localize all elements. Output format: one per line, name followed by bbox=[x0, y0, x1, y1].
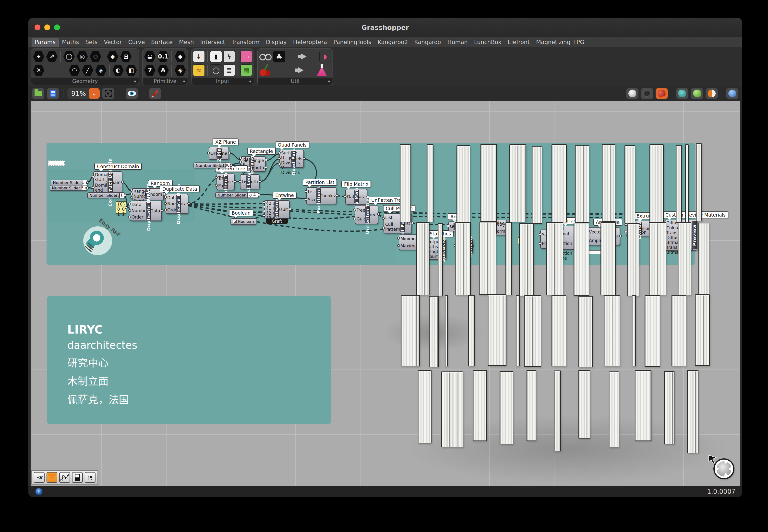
wire-port[interactable] bbox=[397, 244, 400, 247]
wire-port[interactable] bbox=[263, 201, 266, 204]
wire-port[interactable] bbox=[124, 194, 126, 197]
tab-vector[interactable]: Vector bbox=[101, 38, 125, 47]
wire-port[interactable] bbox=[161, 209, 163, 212]
gh-component-unflatten-tree[interactable]: TreeGuideUnflatten TreeTree bbox=[355, 205, 378, 224]
component-icon[interactable]: ϟ bbox=[223, 51, 235, 62]
gh-component-partition-list[interactable]: ListSizePartition ListChunks bbox=[306, 187, 337, 204]
wire-port[interactable] bbox=[265, 166, 268, 169]
wire-port[interactable] bbox=[278, 151, 281, 154]
wire-port[interactable] bbox=[215, 176, 218, 179]
preview-shaded-button[interactable] bbox=[656, 88, 668, 99]
grasshopper-canvas[interactable]: Easy Ref LIRYCdaarchitectes研究中心木制立面佩萨克，法… bbox=[31, 101, 740, 486]
wire-port[interactable] bbox=[278, 157, 281, 160]
wire-port[interactable] bbox=[447, 225, 449, 227]
component-icon[interactable]: ◆ bbox=[174, 51, 186, 62]
number-slider-track[interactable]: 5 ◇ bbox=[83, 185, 86, 190]
boolean-toggle[interactable]: Boolean bbox=[231, 218, 257, 225]
tab-magnetizing_fpg[interactable]: Magnetizing_FPG bbox=[533, 38, 588, 47]
number-slider-track[interactable]: 1000 ◇ bbox=[227, 163, 230, 168]
component-icon[interactable]: ↓ bbox=[193, 51, 205, 62]
component-icon[interactable]: ◆ bbox=[107, 51, 118, 62]
wire-port[interactable] bbox=[263, 214, 266, 217]
component-icon[interactable]: ◧ bbox=[125, 64, 137, 76]
checkbox-icon[interactable] bbox=[233, 220, 237, 223]
component-icon[interactable]: ✕ bbox=[33, 64, 45, 76]
component-icon[interactable]: ≈ bbox=[193, 64, 205, 76]
math-widget-button[interactable]: -x bbox=[34, 472, 45, 483]
number-slider-track[interactable]: ◇ 4 bbox=[249, 193, 257, 197]
tab-mesh[interactable]: Mesh bbox=[176, 38, 197, 47]
gh-component-construct-domain[interactable]: Domain startDomain endConstruct DomainDo… bbox=[93, 171, 122, 194]
wire-port[interactable] bbox=[230, 164, 233, 167]
wire-port[interactable] bbox=[278, 163, 281, 165]
draw-icons-button[interactable] bbox=[691, 88, 703, 99]
tab-surface[interactable]: Surface bbox=[148, 38, 176, 47]
wire-port[interactable] bbox=[86, 181, 89, 184]
only-draw-selected-button[interactable] bbox=[676, 88, 688, 99]
wire-port[interactable] bbox=[130, 193, 133, 195]
wire-port[interactable] bbox=[130, 196, 133, 199]
wire-port[interactable] bbox=[377, 213, 380, 216]
wire-port[interactable] bbox=[164, 196, 167, 198]
mini-slider[interactable] bbox=[588, 250, 602, 254]
component-icon[interactable]: ◈ bbox=[174, 64, 186, 76]
component-icon[interactable]: ▭ bbox=[241, 51, 252, 62]
wire-port[interactable] bbox=[215, 184, 218, 187]
wire-port[interactable] bbox=[263, 210, 266, 212]
chevron-down-icon[interactable]: ▾ bbox=[249, 79, 251, 84]
wire-port[interactable] bbox=[263, 206, 266, 208]
wire-port[interactable] bbox=[86, 186, 89, 189]
chevron-down-icon[interactable]: ▾ bbox=[134, 79, 136, 84]
wire-port[interactable] bbox=[164, 208, 167, 211]
wire-port[interactable] bbox=[121, 181, 124, 184]
component-icon[interactable]: ◗ bbox=[319, 51, 331, 62]
data-panel[interactable]: {0}0011 bbox=[116, 201, 126, 214]
number-slider[interactable]: Number Slider◇ 2 bbox=[51, 180, 87, 185]
tab-transform[interactable]: Transform bbox=[228, 38, 263, 47]
gh-component-xz-plane[interactable]: OriginXZ PlanePlane bbox=[209, 147, 229, 160]
tab-params[interactable]: Params bbox=[32, 38, 59, 47]
info-badge[interactable]: ! bbox=[35, 488, 43, 496]
wire-port[interactable] bbox=[539, 233, 541, 236]
tab-display[interactable]: Display bbox=[263, 38, 290, 47]
profiler-widget-button[interactable]: ◔ bbox=[85, 472, 95, 483]
number-slider[interactable]: Number Slider◇ 4 bbox=[215, 192, 259, 198]
wire-port[interactable] bbox=[128, 209, 131, 212]
preview-toggle-button[interactable] bbox=[126, 88, 138, 99]
wire-port[interactable] bbox=[239, 161, 242, 163]
gh-component-flip-matrix[interactable]: DataFlip MatrixData bbox=[345, 189, 367, 205]
wire-port[interactable] bbox=[259, 180, 261, 183]
component-icon[interactable]: ◎ bbox=[76, 51, 88, 62]
wire-port[interactable] bbox=[289, 208, 292, 210]
blank-panel[interactable] bbox=[48, 161, 65, 166]
wire-port[interactable] bbox=[228, 152, 231, 154]
wire-port[interactable] bbox=[344, 195, 347, 198]
tab-maths[interactable]: Maths bbox=[59, 38, 82, 47]
number-slider[interactable]: Number Slider5 ◇ bbox=[50, 185, 87, 191]
arrow-icon[interactable] bbox=[298, 67, 304, 73]
component-icon[interactable]: ◐ bbox=[112, 64, 124, 76]
number-slider-track[interactable]: ◇ 2 bbox=[84, 180, 86, 185]
component-icon[interactable]: ▦ bbox=[241, 64, 252, 76]
preview-wireframe-button[interactable] bbox=[641, 88, 653, 99]
chevron-down-icon[interactable]: ▾ bbox=[183, 79, 185, 84]
tab-intersect[interactable]: Intersect bbox=[197, 38, 229, 47]
gh-component-duplicate-data[interactable]: DataNumberOrderDuplicate DataData bbox=[165, 194, 188, 214]
paint-widget-button[interactable] bbox=[46, 472, 57, 483]
wire-port[interactable] bbox=[625, 223, 627, 226]
tab-panelingtools[interactable]: PanelingTools bbox=[330, 38, 374, 47]
wire-port[interactable] bbox=[92, 186, 94, 189]
draw-fancy-wires-button[interactable] bbox=[706, 88, 718, 99]
wire-port[interactable] bbox=[382, 227, 385, 229]
wire-port[interactable] bbox=[239, 180, 241, 183]
zoom-dropdown-button[interactable]: ⌄ bbox=[89, 88, 100, 99]
chevron-down-icon[interactable]: ▾ bbox=[328, 79, 330, 84]
wire-port[interactable] bbox=[239, 157, 242, 160]
wire-port[interactable] bbox=[382, 217, 385, 220]
wire-widget-button[interactable] bbox=[59, 472, 70, 483]
wire-port[interactable] bbox=[625, 231, 627, 233]
component-icon[interactable]: 0.1 bbox=[157, 51, 169, 62]
component-icon[interactable]: 7 bbox=[144, 64, 156, 76]
gh-component-quad-panels[interactable]: SurfaceU DivisionsV DivisionsQuad Panels… bbox=[280, 150, 304, 168]
wire-port[interactable] bbox=[130, 189, 133, 192]
